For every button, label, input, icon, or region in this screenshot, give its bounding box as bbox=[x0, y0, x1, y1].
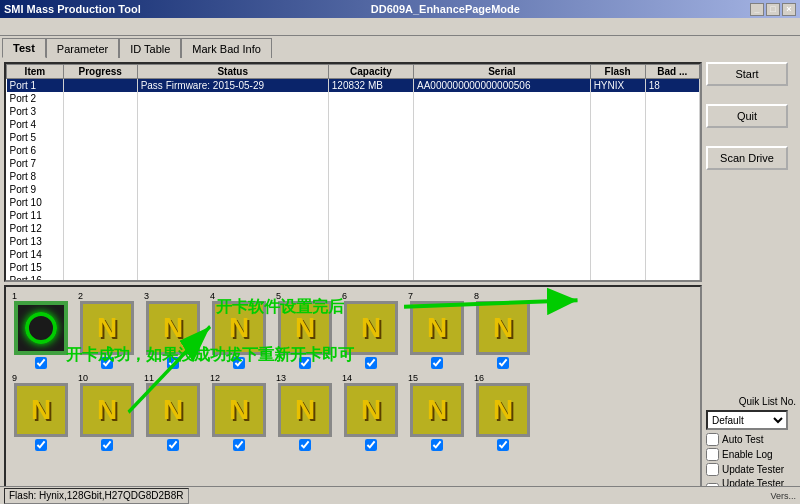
port-item-10[interactable]: 10N bbox=[76, 373, 138, 451]
port-checkbox-1[interactable] bbox=[35, 357, 47, 369]
port-item-12[interactable]: 12N bbox=[208, 373, 270, 451]
port-checkbox-2[interactable] bbox=[101, 357, 113, 369]
port-item-11[interactable]: 11N bbox=[142, 373, 204, 451]
port-icon-16[interactable]: N bbox=[476, 383, 530, 437]
port-item-1[interactable]: 1 bbox=[10, 291, 72, 369]
port-icon-5[interactable]: N bbox=[278, 301, 332, 355]
table-row[interactable]: Port 12 bbox=[7, 222, 700, 235]
port-checkbox-11[interactable] bbox=[167, 439, 179, 451]
col-status: Status bbox=[137, 65, 328, 79]
port-icon-2[interactable]: N bbox=[80, 301, 134, 355]
start-button[interactable]: Start bbox=[706, 62, 788, 86]
tab-test[interactable]: Test bbox=[2, 38, 46, 58]
table-row[interactable]: Port 4 bbox=[7, 118, 700, 131]
port-icon-13[interactable]: N bbox=[278, 383, 332, 437]
port-item-13[interactable]: 13N bbox=[274, 373, 336, 451]
tab-mark-bad-info[interactable]: Mark Bad Info bbox=[181, 38, 271, 58]
port-number-4: 4 bbox=[210, 291, 215, 301]
window-title: DD609A_EnhancePageMode bbox=[371, 3, 520, 15]
option-checkbox[interactable] bbox=[706, 463, 719, 476]
port-number-14: 14 bbox=[342, 373, 352, 383]
port-item-4[interactable]: 4N bbox=[208, 291, 270, 369]
table-row[interactable]: Port 15 bbox=[7, 261, 700, 274]
table-row[interactable]: Port 14 bbox=[7, 248, 700, 261]
port-checkbox-16[interactable] bbox=[497, 439, 509, 451]
port-checkbox-6[interactable] bbox=[365, 357, 377, 369]
option-label: Enable Log bbox=[722, 449, 773, 460]
table-row[interactable]: Port 3 bbox=[7, 105, 700, 118]
port-icon-8[interactable]: N bbox=[476, 301, 530, 355]
port-checkbox-3[interactable] bbox=[167, 357, 179, 369]
option-row: Auto Test bbox=[706, 433, 796, 446]
port-item-8[interactable]: 8N bbox=[472, 291, 534, 369]
port-checkbox-8[interactable] bbox=[497, 357, 509, 369]
port-checkbox-10[interactable] bbox=[101, 439, 113, 451]
quit-button[interactable]: Quit bbox=[706, 104, 788, 128]
version-text: Vers... bbox=[770, 491, 796, 501]
table-row[interactable]: Port 13 bbox=[7, 235, 700, 248]
table-row[interactable]: Port 8 bbox=[7, 170, 700, 183]
port-icon-4[interactable]: N bbox=[212, 301, 266, 355]
port-icon-15[interactable]: N bbox=[410, 383, 464, 437]
quik-list-label: Quik List No. bbox=[706, 396, 796, 407]
col-serial: Serial bbox=[414, 65, 591, 79]
table-row[interactable]: Port 16 bbox=[7, 274, 700, 283]
maximize-button[interactable]: □ bbox=[766, 3, 780, 16]
tab-id-table[interactable]: ID Table bbox=[119, 38, 181, 58]
port-checkbox-12[interactable] bbox=[233, 439, 245, 451]
col-flash: Flash bbox=[590, 65, 645, 79]
app-title: SMI Mass Production Tool bbox=[4, 3, 141, 15]
quik-list-dropdown[interactable]: Default bbox=[706, 410, 788, 430]
status-text: Flash: Hynix,128Gbit,H27QDG8D2B8R bbox=[4, 488, 189, 504]
option-label: Auto Test bbox=[722, 434, 764, 445]
minimize-button[interactable]: _ bbox=[750, 3, 764, 16]
port-icon-3[interactable]: N bbox=[146, 301, 200, 355]
option-checkbox[interactable] bbox=[706, 433, 719, 446]
port-item-9[interactable]: 9N bbox=[10, 373, 72, 451]
option-row: Enable Log bbox=[706, 448, 796, 461]
port-item-6[interactable]: 6N bbox=[340, 291, 402, 369]
tab-parameter[interactable]: Parameter bbox=[46, 38, 119, 58]
port-checkbox-5[interactable] bbox=[299, 357, 311, 369]
table-row[interactable]: Port 1Pass Firmware: 2015-05-29120832 MB… bbox=[7, 79, 700, 92]
port-number-15: 15 bbox=[408, 373, 418, 383]
port-checkbox-9[interactable] bbox=[35, 439, 47, 451]
tab-bar: Test Parameter ID Table Mark Bad Info bbox=[0, 36, 800, 58]
port-icon-10[interactable]: N bbox=[80, 383, 134, 437]
port-icon-11[interactable]: N bbox=[146, 383, 200, 437]
port-item-5[interactable]: 5N bbox=[274, 291, 336, 369]
table-row[interactable]: Port 9 bbox=[7, 183, 700, 196]
option-checkbox[interactable] bbox=[706, 448, 719, 461]
table-row[interactable]: Port 7 bbox=[7, 157, 700, 170]
port-item-7[interactable]: 7N bbox=[406, 291, 468, 369]
port-item-2[interactable]: 2N bbox=[76, 291, 138, 369]
port-icon-7[interactable]: N bbox=[410, 301, 464, 355]
port-item-14[interactable]: 14N bbox=[340, 373, 402, 451]
port-checkbox-13[interactable] bbox=[299, 439, 311, 451]
port-icon-6[interactable]: N bbox=[344, 301, 398, 355]
port-number-8: 8 bbox=[474, 291, 479, 301]
port-icon-14[interactable]: N bbox=[344, 383, 398, 437]
port-icon-1[interactable] bbox=[14, 301, 68, 355]
scan-drive-button[interactable]: Scan Drive bbox=[706, 146, 788, 170]
port-checkbox-4[interactable] bbox=[233, 357, 245, 369]
table-row[interactable]: Port 10 bbox=[7, 196, 700, 209]
close-button[interactable]: × bbox=[782, 3, 796, 16]
col-progress: Progress bbox=[63, 65, 137, 79]
port-item-15[interactable]: 15N bbox=[406, 373, 468, 451]
port-icon-12[interactable]: N bbox=[212, 383, 266, 437]
port-item-3[interactable]: 3N bbox=[142, 291, 204, 369]
port-checkbox-14[interactable] bbox=[365, 439, 377, 451]
menu-bar bbox=[0, 18, 800, 36]
port-checkbox-15[interactable] bbox=[431, 439, 443, 451]
col-bad: Bad ... bbox=[645, 65, 699, 79]
table-row[interactable]: Port 2 bbox=[7, 92, 700, 105]
table-row[interactable]: Port 6 bbox=[7, 144, 700, 157]
port-number-11: 11 bbox=[144, 373, 154, 383]
port-item-16[interactable]: 16N bbox=[472, 373, 534, 451]
table-row[interactable]: Port 5 bbox=[7, 131, 700, 144]
port-number-12: 12 bbox=[210, 373, 220, 383]
port-icon-9[interactable]: N bbox=[14, 383, 68, 437]
port-checkbox-7[interactable] bbox=[431, 357, 443, 369]
table-row[interactable]: Port 11 bbox=[7, 209, 700, 222]
